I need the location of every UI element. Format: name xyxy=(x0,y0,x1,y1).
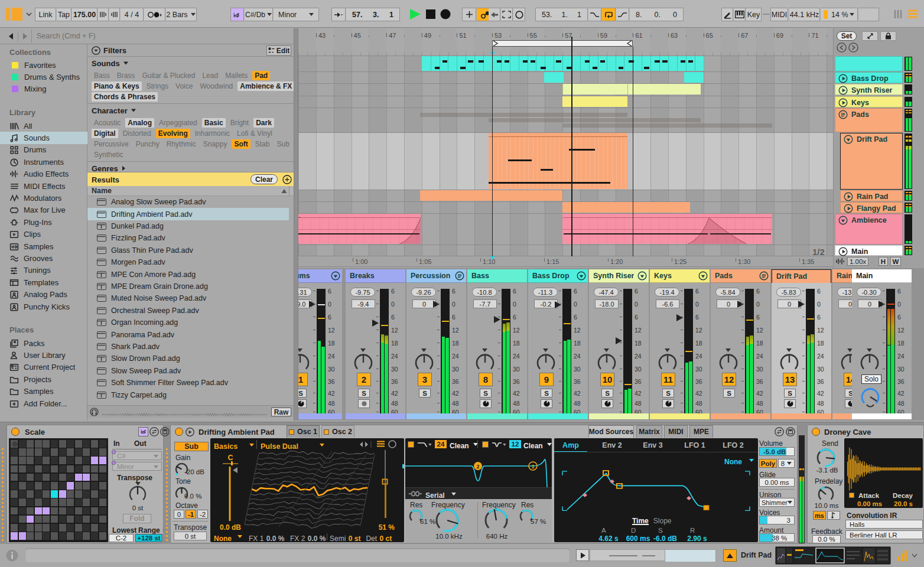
track-header-bass-drop[interactable]: Bass Drop xyxy=(835,72,903,83)
grid-cell[interactable] xyxy=(35,490,42,498)
grid-cell[interactable] xyxy=(27,465,34,473)
grid-cell[interactable] xyxy=(59,465,66,473)
filter-tag-digital[interactable]: Digital xyxy=(92,129,118,138)
output-meter-chevron-icon[interactable] xyxy=(912,553,918,558)
grid-cell[interactable] xyxy=(83,516,90,523)
grid-cell[interactable] xyxy=(43,490,50,498)
strip-header[interactable]: Percussion xyxy=(406,269,466,283)
volume-slider-field[interactable]: -5.0 dB xyxy=(759,447,795,456)
grid-cell[interactable] xyxy=(99,516,106,523)
tab-midi[interactable]: MIDI xyxy=(664,425,688,438)
volume-fader-handle[interactable] xyxy=(554,301,562,309)
transpose-value[interactable]: 0 st xyxy=(130,504,145,511)
grid-cell[interactable] xyxy=(75,490,82,498)
grid-cell[interactable] xyxy=(91,490,98,498)
arm-button[interactable] xyxy=(601,399,613,408)
grid-cell[interactable] xyxy=(99,524,106,532)
punch-out-button[interactable] xyxy=(616,8,629,21)
filter2-slope-badge[interactable]: 12 xyxy=(509,440,521,448)
grid-cell[interactable] xyxy=(27,448,34,456)
grid-cell[interactable] xyxy=(43,440,50,448)
track-header-keys[interactable]: Keys xyxy=(835,96,903,107)
env-tab-lfo-1[interactable]: LFO 1 xyxy=(683,441,707,449)
grid-cell[interactable] xyxy=(75,448,82,456)
grid-cell[interactable] xyxy=(19,507,26,515)
sidebar-item-drums[interactable]: Drums xyxy=(0,144,87,156)
grid-cell-mapped[interactable] xyxy=(75,474,82,481)
filter1-on-toggle[interactable] xyxy=(408,441,414,448)
solo-button[interactable]: S xyxy=(358,389,370,397)
punch-in-button[interactable] xyxy=(588,8,601,21)
sidebar-item-mixing[interactable]: Mixing xyxy=(5,83,87,95)
result-item[interactable]: Tizzy Carpet.adg xyxy=(87,389,289,400)
feedback-value[interactable]: 0.0 % xyxy=(812,535,841,543)
filter1-slope-badge[interactable]: 24 xyxy=(435,440,447,448)
sidebar-item-midi-effects[interactable]: MIDI Effects xyxy=(0,180,87,192)
tone-value[interactable]: 0.0 % xyxy=(184,493,208,500)
tap-tempo-button[interactable]: Tap xyxy=(57,8,71,21)
link-button[interactable]: Link xyxy=(35,8,56,21)
strip-header[interactable]: Keys xyxy=(650,269,710,283)
volume-fader-handle[interactable] xyxy=(798,300,805,308)
freq1-knob[interactable] xyxy=(435,508,460,533)
key-signature-toggle[interactable]: ♭♯ xyxy=(230,8,244,21)
grid-cell[interactable] xyxy=(99,474,106,481)
grid-cell[interactable] xyxy=(51,474,58,481)
grid-cell[interactable] xyxy=(83,532,90,540)
grid-cell[interactable] xyxy=(59,474,66,481)
adsr-s-value[interactable]: -6.0 dB xyxy=(651,535,679,542)
grid-cell[interactable] xyxy=(91,524,98,532)
unfold-arrow-icon[interactable] xyxy=(844,135,853,144)
grid-cell[interactable] xyxy=(51,440,58,448)
decay-value[interactable]: 20.0 s xyxy=(894,500,918,507)
sidebar-item-audio-effects[interactable]: Audio Effects xyxy=(0,168,87,180)
filter-tag-strings[interactable]: Strings xyxy=(144,82,171,91)
track-number-badge[interactable]: 10 xyxy=(600,373,614,386)
track-width-button[interactable]: W xyxy=(890,257,901,266)
grid-cell-mapped[interactable] xyxy=(35,507,42,515)
grid-cell[interactable] xyxy=(91,507,98,515)
grid-cell[interactable] xyxy=(75,498,82,506)
grid-cell[interactable] xyxy=(51,498,58,506)
filter-tag-rhythmic[interactable]: Rhythmic xyxy=(164,139,199,149)
filter-tag-mallets[interactable]: Mallets xyxy=(223,71,250,80)
track-height-button[interactable]: H xyxy=(879,257,888,266)
filter-tag-chords-phrases[interactable]: Chords & Phrases xyxy=(92,92,158,102)
fold-icon[interactable] xyxy=(577,271,586,281)
filter-tag-analog[interactable]: Analog xyxy=(125,118,154,128)
sidebar-item-clips[interactable]: Clips xyxy=(0,229,87,240)
grid-cell[interactable] xyxy=(67,532,74,540)
grid-cell[interactable] xyxy=(91,482,98,490)
track-header-flangy-pad[interactable]: Flangy Pad xyxy=(840,202,903,213)
grid-cell[interactable] xyxy=(59,448,66,456)
volume-field[interactable]: -18.0 xyxy=(595,299,619,308)
filter-tag-stab[interactable]: Stab xyxy=(253,139,272,149)
grid-cell[interactable] xyxy=(99,448,106,456)
save-preset-icon[interactable] xyxy=(160,427,170,436)
clip-synth-riser[interactable] xyxy=(627,84,701,94)
sidebar-item-plug-ins[interactable]: Plug-Ins xyxy=(0,216,87,228)
device-view-scrollbar[interactable] xyxy=(590,549,716,561)
sidebar-item-current-project[interactable]: Current Project xyxy=(0,361,87,373)
browser-splitter[interactable] xyxy=(294,28,298,421)
result-item[interactable]: Fizzling Pad.adv xyxy=(87,232,289,244)
grid-cell[interactable] xyxy=(51,457,58,464)
time-signature-field[interactable]: 4 / 4 xyxy=(121,8,144,21)
preview-note-icon[interactable] xyxy=(186,428,194,436)
grid-cell[interactable] xyxy=(19,440,26,448)
grid-cell[interactable] xyxy=(59,532,66,540)
adsr-d-value[interactable]: 600 ms xyxy=(624,535,652,542)
grid-cell[interactable] xyxy=(35,482,42,490)
volume-field[interactable]: -7.7 xyxy=(473,299,497,308)
grid-cell[interactable] xyxy=(43,474,50,481)
grid-cell[interactable] xyxy=(35,498,42,506)
grid-cell[interactable] xyxy=(19,498,26,506)
key-map-button[interactable]: Key xyxy=(746,8,762,21)
peak-level-display[interactable]: -9.26 xyxy=(411,288,436,296)
grid-cell[interactable] xyxy=(75,532,82,540)
grid-cell[interactable] xyxy=(75,507,82,515)
grid-cell[interactable] xyxy=(51,465,58,473)
grid-cell[interactable] xyxy=(75,440,82,448)
grid-cell[interactable] xyxy=(43,448,50,456)
fold-button[interactable]: Fold xyxy=(123,514,151,523)
